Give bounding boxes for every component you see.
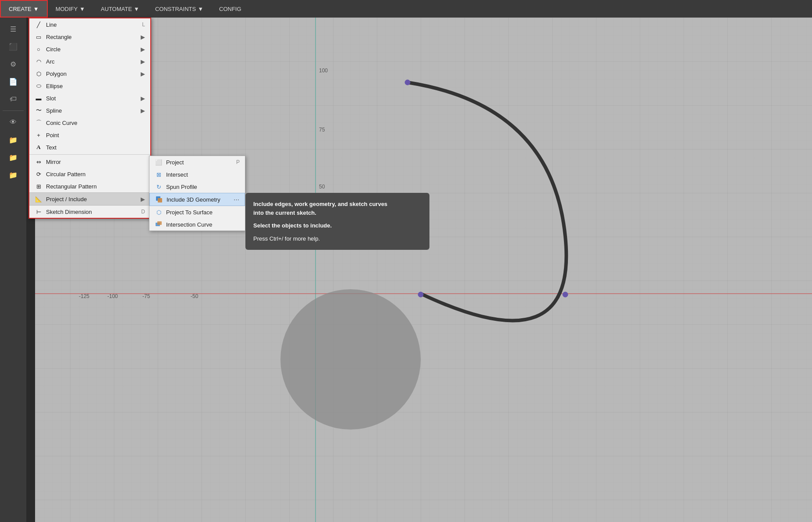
sidebar-icon-4[interactable]: 📄 [4,74,22,89]
left-sidebar: ☰ ⬛ ⚙ 📄 🏷 👁 📁 📁 📁 [0,18,26,522]
sidebar-icon-folder1[interactable]: 📁 [4,132,22,148]
submenu-spun-profile[interactable]: ↻ Spun Profile [149,181,245,193]
project-to-surface-icon: ⬡ [155,208,163,216]
svg-text:75: 75 [319,127,325,133]
menu-item-arc[interactable]: ◠ Arc ▶ [29,55,150,67]
menu-item-conic-curve-label: Conic Curve [46,120,78,126]
sidebar-icon-folder3[interactable]: 📁 [4,167,22,183]
menu-item-spline-label: Spline [46,107,62,114]
submenu-intersect[interactable]: ⊠ Intersect [149,168,245,181]
sidebar-icon-folder2[interactable]: 📁 [4,149,22,165]
separator-1 [29,154,150,155]
intersection-curve-icon [155,220,163,228]
svg-rect-18 [157,221,162,225]
menu-item-line-label: Line [46,21,57,28]
menu-item-mirror-label: Mirror [46,159,61,165]
tooltip-line1: Include edges, work geometry, and sketch… [253,200,422,217]
svg-point-14 [280,289,421,430]
svg-point-13 [563,292,568,297]
tooltip-line3: Select the objects to include. [253,221,422,230]
menu-item-circular-pattern[interactable]: ⟳ Circular Pattern [29,168,150,180]
submenu-include-3d-label: Include 3D Geometry [167,196,220,203]
svg-text:-75: -75 [142,293,150,299]
project-icon: ⬜ [155,158,163,166]
menu-item-slot[interactable]: ▬ Slot ▶ [29,92,150,104]
slot-icon: ▬ [35,94,43,102]
sidebar-icon-gear[interactable]: ⚙ [4,56,22,72]
menu-item-circle-label: Circle [46,46,60,53]
svg-text:-125: -125 [79,293,89,299]
sidebar-icon-2[interactable]: ⬛ [4,39,22,54]
menu-item-polygon-label: Polygon [46,71,67,77]
svg-text:100: 100 [319,67,328,74]
menu-item-line[interactable]: ╱ Line L [29,18,150,31]
menu-item-mirror[interactable]: ⇔ Mirror [29,156,150,168]
project-include-icon: 📐 [35,195,43,203]
toolbar: CREATE ▼ MODIFY ▼ AUTOMATE ▼ CONSTRAINTS… [0,0,812,18]
line-shortcut: L [142,21,145,28]
create-menu-button[interactable]: CREATE ▼ [0,0,48,18]
mirror-icon: ⇔ [35,158,43,166]
svg-rect-16 [158,198,162,202]
polygon-arrow: ▶ [141,71,145,77]
menu-item-ellipse-label: Ellipse [46,83,63,89]
menu-item-polygon[interactable]: ⬡ Polygon ▶ [29,67,150,80]
menu-item-conic-curve[interactable]: ⌒ Conic Curve [29,117,150,129]
submenu-intersection-curve-label: Intersection Curve [166,221,213,228]
menu-item-sketch-dimension-label: Sketch Dimension [46,209,92,215]
line-icon: ╱ [35,21,43,28]
text-icon: A [35,143,43,151]
menu-item-point[interactable]: + Point [29,129,150,141]
circle-arrow: ▶ [141,46,145,53]
submenu-project-to-surface[interactable]: ⬡ Project To Surface [149,206,245,218]
sketch-dimension-shortcut: D [141,209,145,215]
menu-item-sketch-dimension[interactable]: ⊢ Sketch Dimension D [29,206,150,218]
sidebar-icon-1[interactable]: ☰ [4,21,22,37]
intersect-icon: ⊠ [155,170,163,178]
menu-item-project-include-label: Project / Include [46,196,87,202]
menu-item-project-include[interactable]: 📐 Project / Include ▶ [29,192,150,206]
menu-item-text[interactable]: A Text [29,141,150,153]
menu-item-ellipse[interactable]: ⬭ Ellipse [29,80,150,92]
submenu-project[interactable]: ⬜ Project P [149,156,245,168]
circle-icon: ○ [35,45,43,53]
menu-item-point-label: Point [46,132,59,138]
rectangle-arrow: ▶ [141,34,145,40]
menu-item-rectangular-pattern-label: Rectangular Pattern [46,183,97,190]
submenu-spun-profile-label: Spun Profile [166,184,197,190]
rectangular-pattern-icon: ⊞ [35,182,43,190]
sidebar-icon-5[interactable]: 🏷 [4,91,22,107]
menu-item-rectangular-pattern[interactable]: ⊞ Rectangular Pattern [29,180,150,192]
svg-text:50: 50 [319,184,325,190]
spline-icon: 〜 [35,107,43,114]
menu-item-circle[interactable]: ○ Circle ▶ [29,43,150,55]
menu-item-rectangle[interactable]: ▭ Rectangle ▶ [29,31,150,43]
automate-button[interactable]: AUTOMATE ▼ [93,0,147,18]
create-label: CREATE [9,6,32,12]
svg-text:-100: -100 [107,293,118,299]
submenu-include-3d[interactable]: Include 3D Geometry ⋯ [149,193,245,206]
modify-button[interactable]: MODIFY ▼ [48,0,93,18]
include-3d-tooltip: Include edges, work geometry, and sketch… [245,193,429,250]
config-button[interactable]: CONFIG [211,0,249,18]
sketch-dimension-icon: ⊢ [35,208,43,216]
menu-item-arc-label: Arc [46,58,55,65]
sidebar-icon-eye[interactable]: 👁 [4,114,22,130]
svg-text:-50: -50 [191,293,199,299]
submenu-project-label: Project [166,159,184,166]
arc-icon: ◠ [35,57,43,65]
arc-arrow: ▶ [141,58,145,65]
project-include-submenu: ⬜ Project P ⊠ Intersect ↻ Spun Profile I… [149,156,245,231]
submenu-intersection-curve[interactable]: Intersection Curve [149,218,245,231]
spun-profile-icon: ↻ [155,183,163,191]
menu-item-slot-label: Slot [46,95,56,102]
conic-curve-icon: ⌒ [35,119,43,127]
svg-point-12 [418,292,423,297]
include-3d-dots[interactable]: ⋯ [234,196,239,203]
tooltip-line4: Press Ctrl+/ for more help. [253,234,422,243]
constraints-button[interactable]: CONSTRAINTS ▼ [147,0,211,18]
create-dropdown-icon: ▼ [33,6,39,12]
spline-arrow: ▶ [141,107,145,114]
menu-item-spline[interactable]: 〜 Spline ▶ [29,104,150,117]
project-shortcut: P [236,159,240,165]
